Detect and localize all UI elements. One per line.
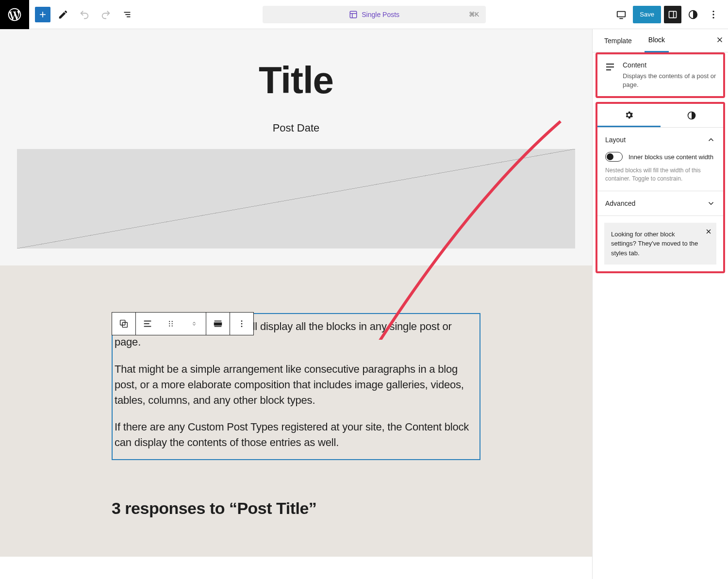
- block-type-button[interactable]: [112, 313, 135, 335]
- svg-point-25: [172, 325, 173, 326]
- align-button[interactable]: [136, 313, 159, 335]
- post-title[interactable]: Title: [17, 58, 575, 102]
- tab-block[interactable]: Block: [645, 29, 669, 52]
- save-button[interactable]: Save: [633, 6, 661, 23]
- tools-button[interactable]: [54, 6, 72, 23]
- editor-canvas[interactable]: Title Post Date: [0, 29, 592, 579]
- svg-point-20: [169, 321, 170, 322]
- list-view-button[interactable]: [118, 6, 136, 23]
- top-toolbar: Single Posts ⌘K Save: [0, 0, 728, 29]
- content-width-toggle[interactable]: [605, 152, 623, 162]
- drag-handle[interactable]: [159, 313, 182, 335]
- svg-point-22: [169, 323, 170, 324]
- gear-icon: [624, 110, 634, 120]
- content-width-label: Inner blocks use content width: [629, 153, 713, 161]
- svg-rect-10: [669, 11, 677, 17]
- content-paragraph: If there are any Custom Post Types regis…: [115, 419, 478, 450]
- tab-template[interactable]: Template: [600, 29, 636, 52]
- styles-notice: Looking for other block settings? They'v…: [604, 223, 716, 265]
- highlight-block-settings: Layout Inner blocks use content width Ne…: [596, 102, 725, 273]
- settings-sidebar: Template Block Content Displays the cont…: [592, 29, 728, 579]
- block-toolbar: [112, 312, 254, 335]
- svg-rect-27: [215, 323, 222, 325]
- svg-point-23: [172, 323, 173, 324]
- chevron-up-icon: [707, 135, 715, 144]
- more-options-button[interactable]: [230, 313, 253, 335]
- layout-hint: Nested blocks will fill the width of thi…: [605, 166, 715, 183]
- svg-rect-8: [617, 11, 626, 17]
- notice-text: Looking for other block settings? They'v…: [611, 231, 698, 257]
- document-title: Single Posts: [362, 11, 399, 18]
- styles-button[interactable]: [684, 6, 702, 23]
- undo-button[interactable]: [76, 6, 93, 23]
- svg-point-24: [169, 325, 170, 326]
- width-button[interactable]: [206, 313, 230, 335]
- svg-point-31: [241, 326, 243, 327]
- block-name: Content: [623, 61, 716, 69]
- redo-button[interactable]: [97, 6, 115, 23]
- subtab-styles[interactable]: [661, 104, 724, 127]
- move-buttons[interactable]: [182, 313, 206, 335]
- subtab-settings[interactable]: [597, 104, 661, 127]
- svg-rect-5: [350, 11, 357, 18]
- panel-advanced-label: Advanced: [605, 199, 635, 207]
- highlight-block-info: Content Displays the contents of a post …: [596, 52, 725, 98]
- close-icon[interactable]: [705, 228, 712, 238]
- document-bar[interactable]: Single Posts ⌘K: [263, 6, 486, 23]
- svg-point-14: [712, 17, 714, 18]
- svg-point-13: [712, 14, 714, 15]
- content-paragraph: That might be a simple arrangement like …: [115, 362, 478, 408]
- view-button[interactable]: [612, 6, 630, 23]
- post-date[interactable]: Post Date: [17, 122, 575, 134]
- panel-advanced-toggle[interactable]: Advanced: [605, 199, 715, 208]
- comments-title[interactable]: 3 responses to “Post Title”: [112, 499, 480, 518]
- block-inserter-button[interactable]: [35, 7, 50, 22]
- panel-layout-toggle[interactable]: Layout: [605, 135, 715, 144]
- chevron-down-icon: [707, 199, 715, 208]
- block-description: Displays the contents of a post or page.: [623, 72, 716, 89]
- settings-sidebar-toggle[interactable]: [664, 6, 681, 23]
- svg-point-21: [172, 321, 173, 322]
- content-icon: [604, 61, 616, 89]
- wordpress-logo[interactable]: [0, 0, 29, 29]
- svg-point-30: [241, 323, 243, 325]
- panel-layout-label: Layout: [605, 136, 626, 144]
- svg-point-12: [712, 10, 714, 12]
- svg-point-29: [241, 320, 243, 322]
- close-sidebar-icon[interactable]: [715, 35, 724, 46]
- options-button[interactable]: [705, 6, 722, 23]
- styles-icon: [687, 111, 696, 120]
- featured-image-placeholder[interactable]: [17, 149, 575, 248]
- command-shortcut: ⌘K: [469, 11, 480, 18]
